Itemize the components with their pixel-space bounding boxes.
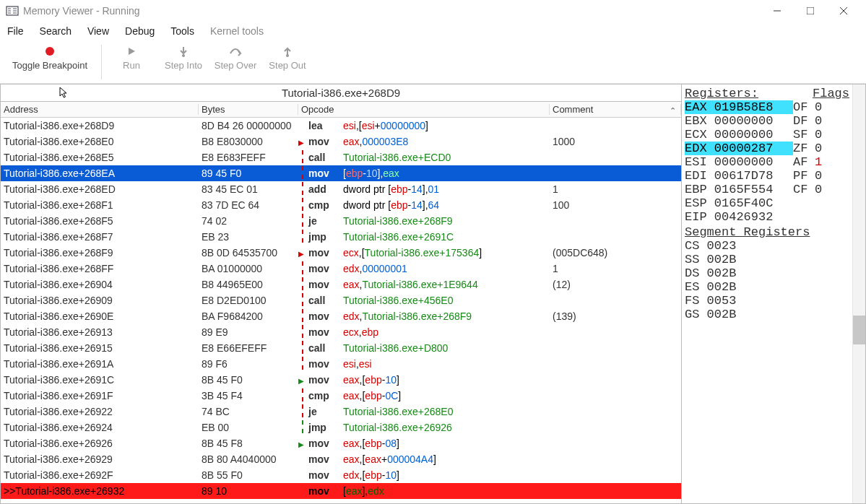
disassembly-rows[interactable]: Tutorial-i386.exe+268D98D B4 26 00000000… xyxy=(1,118,681,503)
menu-view[interactable]: View xyxy=(85,24,112,38)
asm-row[interactable]: Tutorial-i386.exe+268F183 7D EC 64cmpdwo… xyxy=(1,197,681,213)
asm-row[interactable]: Tutorial-i386.exe+2692274 BCjeTutorial-i… xyxy=(1,404,681,420)
cell-bytes: B8 44965E00 xyxy=(199,279,298,290)
asm-row[interactable]: Tutorial-i386.exe+268F574 02jeTutorial-i… xyxy=(1,213,681,229)
cell-opcode: jmpTutorial-i386.exe+2691C xyxy=(298,230,550,245)
scrollbar[interactable] xyxy=(852,84,865,503)
asm-row[interactable]: Tutorial-i386.exe+2691A89 F6movesi,esi xyxy=(1,356,681,372)
segment-cs[interactable]: CS 0023 xyxy=(685,239,849,253)
cell-address: Tutorial-i386.exe+2691C xyxy=(1,374,199,386)
segment-gs[interactable]: GS 002B xyxy=(685,308,849,321)
segment-fs[interactable]: FS 0053 xyxy=(685,294,849,308)
operands: edx,[ebp-10] xyxy=(343,469,399,481)
register-esi: ESI 00000000 xyxy=(685,155,793,169)
asm-row[interactable]: Tutorial-i386.exe+268EA89 45 F0mov[ebp-1… xyxy=(1,165,681,181)
svg-point-6 xyxy=(182,54,185,57)
cell-opcode: movecx,ebp xyxy=(298,325,550,340)
asm-row[interactable]: >>Tutorial-i386.exe+2693289 10mov[eax],e… xyxy=(1,483,681,499)
col-address[interactable]: Address xyxy=(1,104,199,115)
asm-row[interactable]: Tutorial-i386.exe+2691C8B 45 F0▶moveax,[… xyxy=(1,372,681,388)
menu-kernel-tools[interactable]: Kernel tools xyxy=(207,24,267,38)
svg-rect-2 xyxy=(807,7,814,14)
step-out-button[interactable]: Step Out xyxy=(262,42,313,71)
cell-bytes: EB 23 xyxy=(199,231,298,243)
operands: Tutorial-i386.exe+268F9 xyxy=(343,215,453,227)
tool-label: Step Out xyxy=(269,61,306,71)
register-line[interactable]: EBP 0165F554CF0 xyxy=(685,183,849,196)
operands: eax,000003E8 xyxy=(343,136,408,147)
step-over-button[interactable]: Step Over xyxy=(210,42,261,71)
minimize-button[interactable] xyxy=(761,0,794,22)
cell-comment: 1 xyxy=(550,263,681,274)
cell-opcode: cmpdword ptr [ebp-14],64 xyxy=(298,198,550,213)
cell-bytes: 8B 45 F0 xyxy=(199,374,298,386)
asm-row[interactable]: Tutorial-i386.exe+2691389 E9movecx,ebp xyxy=(1,324,681,340)
play-icon xyxy=(126,43,137,59)
maximize-button[interactable] xyxy=(794,0,827,22)
asm-row[interactable]: Tutorial-i386.exe+2691F3B 45 F4cmpeax,[e… xyxy=(1,388,681,404)
flags-title: Flags xyxy=(813,87,849,100)
cell-address: Tutorial-i386.exe+26926 xyxy=(1,438,199,449)
register-line[interactable]: EAX 019B58E8OF0 xyxy=(685,100,849,114)
flag-value: 1 xyxy=(815,155,826,169)
col-comment[interactable]: Comment⌃ xyxy=(550,104,681,115)
asm-row[interactable]: Tutorial-i386.exe+269298B 80 A4040000mov… xyxy=(1,451,681,467)
pane-title: Tutorial-i386.exe+268D9 xyxy=(1,84,681,102)
run-button[interactable]: Run xyxy=(106,42,157,71)
segment-ss[interactable]: SS 002B xyxy=(685,253,849,266)
flow-arrow-icon: ▶ xyxy=(298,438,308,449)
scroll-thumb[interactable] xyxy=(853,316,866,344)
asm-row[interactable]: Tutorial-i386.exe+268F98B 0D 64535700▶mo… xyxy=(1,245,681,261)
asm-row[interactable]: Tutorial-i386.exe+268E5E8 E683FEFFcallTu… xyxy=(1,149,681,165)
register-line[interactable]: EIP 00426932 xyxy=(685,210,849,224)
register-edi: EDI 00617D78 xyxy=(685,169,793,183)
flow-arrow-icon xyxy=(298,277,308,292)
asm-row[interactable]: Tutorial-i386.exe+26924EB 00jmpTutorial-… xyxy=(1,420,681,435)
cell-opcode: movedx,[ebp-10] xyxy=(298,469,550,481)
menu-tools[interactable]: Tools xyxy=(168,24,197,38)
toggle-bp-button[interactable]: Toggle Breakpoint xyxy=(3,42,97,71)
register-line[interactable]: ESI 00000000AF1 xyxy=(685,155,849,169)
asm-row[interactable]: Tutorial-i386.exe+26909E8 D2ED0100callTu… xyxy=(1,292,681,308)
asm-row[interactable]: Tutorial-i386.exe+268FFBA 01000000movedx… xyxy=(1,261,681,277)
cell-bytes: EB 00 xyxy=(199,422,298,433)
asm-row[interactable]: Tutorial-i386.exe+2690EBA F9684200movedx… xyxy=(1,308,681,324)
flow-arrow-icon xyxy=(298,420,308,435)
asm-row[interactable]: Tutorial-i386.exe+26904B8 44965E00moveax… xyxy=(1,277,681,292)
register-line[interactable]: EBX 00000000DF0 xyxy=(685,114,849,128)
operands: Tutorial-i386.exe+26926 xyxy=(343,422,452,433)
cell-comment: 1 xyxy=(550,183,681,195)
mnemonic: cmp xyxy=(308,390,343,401)
segment-ds[interactable]: DS 002B xyxy=(685,266,849,280)
register-line[interactable]: EDX 00000287ZF0 xyxy=(685,142,849,155)
register-line[interactable]: ECX 00000000SF0 xyxy=(685,128,849,142)
menu-search[interactable]: Search xyxy=(37,24,74,38)
col-bytes[interactable]: Bytes xyxy=(199,104,298,115)
registers-pane: Registers: Flags EAX 019B58E8OF0EBX 0000… xyxy=(681,84,866,504)
col-opcode[interactable]: Opcode xyxy=(298,104,550,115)
close-button[interactable] xyxy=(827,0,860,22)
register-line[interactable]: EDI 00617D78PF0 xyxy=(685,169,849,183)
cell-address: Tutorial-i386.exe+26915 xyxy=(1,342,199,354)
asm-row[interactable]: Tutorial-i386.exe+268E0B8 E8030000▶movea… xyxy=(1,134,681,149)
register-ecx: ECX 00000000 xyxy=(685,128,793,142)
menu-file[interactable]: File xyxy=(4,24,27,38)
flow-arrow-icon xyxy=(298,182,308,197)
asm-row[interactable]: Tutorial-i386.exe+268ED83 45 EC 01adddwo… xyxy=(1,181,681,197)
cell-bytes: BA 01000000 xyxy=(199,263,298,274)
cell-opcode: movedx,Tutorial-i386.exe+268F9 xyxy=(298,309,550,324)
asm-row[interactable]: Tutorial-i386.exe+2692F8B 55 F0movedx,[e… xyxy=(1,467,681,483)
asm-row[interactable]: Tutorial-i386.exe+26915E8 E66EFEFFcallTu… xyxy=(1,340,681,356)
segment-es[interactable]: ES 002B xyxy=(685,280,849,294)
cell-comment: 100 xyxy=(550,199,681,211)
cell-address: Tutorial-i386.exe+268F5 xyxy=(1,215,199,227)
menu-debug[interactable]: Debug xyxy=(122,24,157,38)
step-into-button[interactable]: Step Into xyxy=(158,42,209,71)
cell-bytes: 74 BC xyxy=(199,406,298,417)
asm-row[interactable]: Tutorial-i386.exe+268F7EB 23jmpTutorial-… xyxy=(1,229,681,245)
asm-row[interactable]: Tutorial-i386.exe+268D98D B4 26 00000000… xyxy=(1,118,681,134)
cell-opcode: mov[ebp-10],eax xyxy=(298,166,550,181)
flow-arrow-icon xyxy=(298,325,308,340)
asm-row[interactable]: Tutorial-i386.exe+269268B 45 F8▶moveax,[… xyxy=(1,435,681,451)
register-line[interactable]: ESP 0165F40C xyxy=(685,196,849,210)
